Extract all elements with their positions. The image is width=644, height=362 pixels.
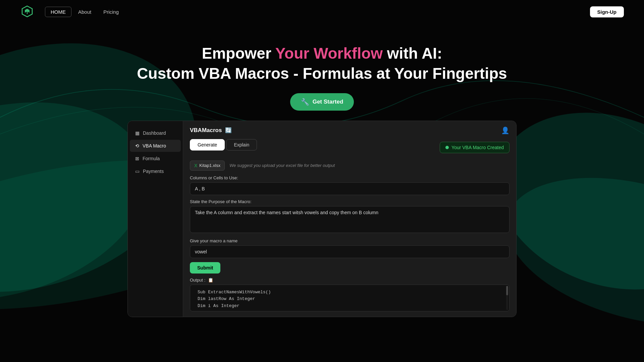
macro-name-input[interactable] (190, 245, 509, 258)
macro-name-field-group: Give your macro a name (190, 238, 509, 262)
tab-bar: Generate Explain (190, 139, 257, 150)
copy-icon[interactable]: 📋 (208, 278, 213, 283)
scrollbar-thumb[interactable] (506, 286, 508, 295)
tab-explain[interactable]: Explain (226, 139, 257, 150)
payments-icon: ▭ (135, 169, 140, 174)
sidebar-item-payments[interactable]: ▭ Payments (130, 165, 181, 177)
refresh-icon[interactable]: 🔄 (225, 127, 232, 133)
formula-icon: ⊠ (135, 156, 139, 161)
purpose-field-group: State the Purpose of the Macro: Take the… (190, 199, 509, 238)
columns-field-group: Columns or Cells to Use: (190, 175, 509, 199)
hero-title: Empower Your Workflow with AI: Custom VB… (0, 44, 644, 84)
dashboard-icon: ▦ (135, 130, 140, 136)
output-line-1: Sub ExtractNamesWithVowels() (195, 289, 504, 296)
nav-pricing[interactable]: Pricing (98, 7, 124, 17)
rocket-icon: 🔧 (301, 98, 309, 106)
hero-title-line2: Custom VBA Macros - Formulas at Your Fin… (137, 65, 507, 82)
file-badge[interactable]: X Kitap1.xlsx (190, 161, 225, 171)
sidebar-item-formula-label: Formula (143, 156, 160, 161)
output-line-2: Dim lastRow As Integer (195, 296, 504, 303)
logo-icon (20, 5, 34, 19)
macro-name-label: Give your macro a name (190, 238, 509, 243)
get-started-button[interactable]: 🔧 Get Started (290, 93, 354, 111)
panel-title: VBAMacros 🔄 (190, 127, 232, 134)
purpose-textarea[interactable]: Take the A column and extract the names … (190, 206, 509, 233)
sidebar-item-vba-macro[interactable]: ⟲ VBA Macro (130, 140, 181, 152)
nav-about[interactable]: About (73, 7, 97, 17)
hero-title-part1: Empower (202, 45, 275, 62)
get-started-label: Get Started (313, 99, 343, 105)
output-box[interactable]: Sub ExtractNamesWithVowels() Dim lastRow… (190, 285, 509, 311)
app-panel: ▦ Dashboard ⟲ VBA Macro ⊠ Formula ▭ Paym… (127, 121, 517, 317)
sidebar-item-dashboard-label: Dashboard (143, 130, 166, 136)
output-label-row: Output : 📋 (190, 278, 509, 283)
hero-section: Empower Your Workflow with AI: Custom VB… (0, 23, 644, 111)
columns-label: Columns or Cells to Use: (190, 175, 509, 180)
file-name: Kitap1.xlsx (199, 163, 220, 168)
hero-title-highlight: Your Workflow (275, 45, 383, 62)
purpose-label: State the Purpose of the Macro: (190, 199, 509, 204)
hero-title-part2: with AI: (383, 45, 442, 62)
output-line-3: Dim i As Integer (195, 303, 504, 310)
nav-links: HOME About Pricing (45, 7, 124, 17)
tabs-badge-row: Generate Explain Your VBA Macro Created (190, 139, 509, 156)
file-hint: We suggest you upload your excel file fo… (229, 163, 335, 168)
sidebar-item-vba-label: VBA Macro (143, 143, 166, 148)
nav-home[interactable]: HOME (45, 7, 71, 17)
output-label-text: Output : (190, 278, 205, 283)
success-badge: Your VBA Macro Created (440, 142, 509, 153)
excel-icon: X (194, 163, 197, 168)
sidebar: ▦ Dashboard ⟲ VBA Macro ⊠ Formula ▭ Paym… (128, 121, 183, 317)
vba-icon: ⟲ (135, 143, 139, 148)
panel-header: VBAMacros 🔄 👤 (190, 126, 509, 134)
success-message: Your VBA Macro Created (451, 145, 504, 150)
panel-title-text: VBAMacros (190, 127, 222, 134)
success-dot (445, 146, 449, 149)
navbar: HOME About Pricing Sign-Up (0, 0, 644, 23)
signup-button[interactable]: Sign-Up (590, 6, 624, 17)
columns-input[interactable] (190, 182, 509, 195)
tab-generate[interactable]: Generate (190, 139, 225, 150)
user-icon: 👤 (501, 126, 509, 134)
sidebar-item-payments-label: Payments (143, 169, 164, 174)
scrollbar-track (506, 286, 508, 310)
navbar-left: HOME About Pricing (20, 5, 124, 19)
sidebar-item-dashboard[interactable]: ▦ Dashboard (130, 127, 181, 139)
file-row: X Kitap1.xlsx We suggest you upload your… (190, 161, 509, 171)
main-content: VBAMacros 🔄 👤 Generate Explain Your VBA … (183, 121, 516, 317)
sidebar-item-formula[interactable]: ⊠ Formula (130, 153, 181, 165)
submit-button[interactable]: Submit (190, 262, 220, 274)
